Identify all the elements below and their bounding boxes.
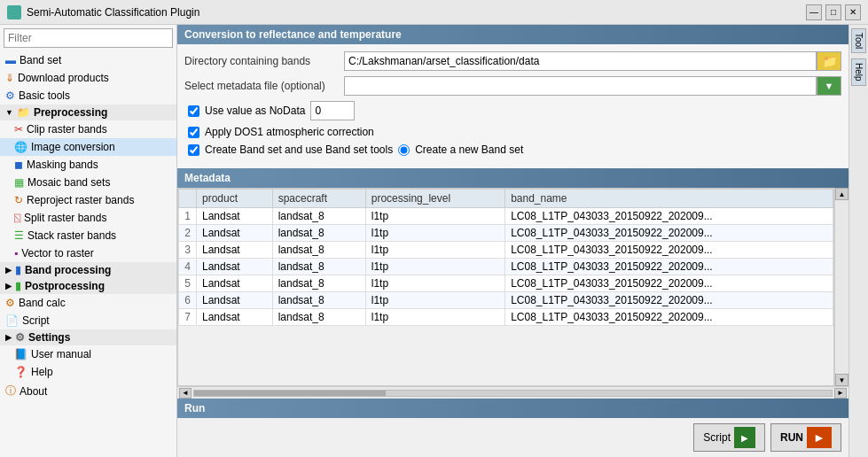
table-row[interactable]: 7 Landsat landsat_8 l1tp LC08_L1TP_04303… (179, 309, 833, 326)
sidebar-item-band-set[interactable]: ▬ Band set (0, 51, 176, 69)
cell-band-name: LC08_L1TP_043033_20150922_202009... (505, 259, 833, 275)
book-icon: 📘 (14, 348, 27, 360)
expand-arrow-preprocessing: ▼ (5, 108, 13, 117)
nodata-checkbox[interactable] (188, 105, 199, 117)
metadata-file-input[interactable] (344, 76, 817, 96)
sidebar-item-clip-raster[interactable]: ✂ Clip raster bands (0, 120, 176, 138)
table-row[interactable]: 6 Landsat landsat_8 l1tp LC08_L1TP_04303… (179, 292, 833, 309)
sidebar-item-band-calc[interactable]: ⚙ Band calc (0, 294, 176, 312)
cell-product: Landsat (197, 292, 273, 309)
cell-processing-level: l1tp (365, 309, 504, 326)
cell-product: Landsat (197, 242, 273, 259)
metadata-table: product spacecraft processing_level band… (178, 189, 833, 326)
cell-spacecraft: landsat_8 (272, 292, 365, 309)
directory-label: Directory containing bands (184, 55, 344, 67)
sidebar-section-postprocessing[interactable]: ▶ ▮ Postprocessing (0, 278, 176, 294)
minimize-button[interactable]: — (806, 4, 822, 20)
directory-input[interactable] (344, 51, 817, 71)
metadata-table-container[interactable]: product spacecraft processing_level band… (177, 188, 834, 386)
run-button[interactable]: RUN ► (770, 423, 841, 452)
stack-icon: ☰ (14, 229, 24, 242)
nodata-row: Use value as NoData (184, 101, 841, 120)
cell-processing-level: l1tp (365, 225, 504, 242)
col-num[interactable] (179, 190, 197, 208)
cell-processing-level: l1tp (365, 259, 504, 275)
table-row[interactable]: 5 Landsat landsat_8 l1tp LC08_L1TP_04303… (179, 275, 833, 292)
cell-spacecraft: landsat_8 (272, 208, 365, 225)
sidebar-item-user-manual[interactable]: 📘 User manual (0, 345, 176, 363)
sidebar-item-masking-bands[interactable]: ◼ Masking bands (0, 156, 176, 174)
cell-band-name: LC08_L1TP_043033_20150922_202009... (505, 309, 833, 326)
horizontal-scrollbar[interactable]: ◄ ► (177, 386, 848, 399)
scroll-up-btn[interactable]: ▲ (835, 188, 848, 200)
sidebar-section-band-processing[interactable]: ▶ ▮ Band processing (0, 262, 176, 278)
table-row[interactable]: 2 Landsat landsat_8 l1tp LC08_L1TP_04303… (179, 225, 833, 242)
sidebar-item-help[interactable]: ❓ Help (0, 363, 176, 381)
table-row[interactable]: 4 Landsat landsat_8 l1tp LC08_L1TP_04303… (179, 259, 833, 275)
nodata-spinbox[interactable] (310, 101, 355, 120)
sidebar-item-image-conversion[interactable]: 🌐 Image conversion (0, 138, 176, 156)
sidebar-item-split-raster[interactable]: ⍂ Split raster bands (0, 209, 176, 227)
col-product[interactable]: product (197, 190, 273, 208)
sidebar-item-script[interactable]: 📄 Script (0, 312, 176, 329)
preprocessing-icon: 📁 (17, 106, 30, 119)
metadata-file-label: Select metadata file (optional) (184, 80, 344, 92)
tab-help[interactable]: Help (851, 58, 866, 86)
row-num: 7 (179, 309, 197, 326)
col-band-name[interactable]: band_name (505, 190, 833, 208)
cell-spacecraft: landsat_8 (272, 259, 365, 275)
sidebar-item-download-products[interactable]: ⇓ Download products (0, 69, 176, 87)
metadata-file-row: Select metadata file (optional) ▼ (184, 76, 841, 96)
help-icon: ❓ (14, 366, 27, 378)
scroll-right-btn[interactable]: ► (834, 388, 847, 399)
close-button[interactable]: ✕ (845, 4, 861, 20)
cell-product: Landsat (197, 275, 273, 292)
sidebar-item-about[interactable]: ⓘ About (0, 381, 176, 401)
sidebar-section-settings[interactable]: ▶ ⚙ Settings (0, 329, 176, 345)
sidebar-item-reproject[interactable]: ↻ Reproject raster bands (0, 191, 176, 209)
layers-icon: ▬ (5, 54, 16, 66)
cell-band-name: LC08_L1TP_043033_20150922_202009... (505, 292, 833, 309)
script-icon: 📄 (5, 314, 19, 327)
dos1-checkbox[interactable] (188, 127, 199, 138)
scroll-down-btn[interactable]: ▼ (835, 374, 848, 386)
bandset-label: Create Band set and use Band set tools (205, 143, 393, 156)
calc-icon: ⚙ (5, 297, 15, 309)
table-row[interactable]: 3 Landsat landsat_8 l1tp LC08_L1TP_04303… (179, 242, 833, 259)
row-num: 5 (179, 275, 197, 292)
filter-input[interactable] (4, 28, 173, 48)
new-bandset-radio[interactable] (398, 144, 410, 156)
postprocessing-icon: ▮ (15, 280, 21, 292)
scroll-left-btn[interactable]: ◄ (179, 388, 192, 399)
new-bandset-label: Create a new Band set (415, 143, 523, 156)
band-processing-icon: ▮ (15, 264, 21, 276)
cell-processing-level: l1tp (365, 208, 504, 225)
cell-band-name: LC08_L1TP_043033_20150922_202009... (505, 225, 833, 242)
cell-product: Landsat (197, 208, 273, 225)
tools-icon: ⚙ (5, 89, 15, 102)
nodata-label: Use value as NoData (205, 105, 305, 117)
title-bar: Semi-Automatic Classification Plugin — □… (0, 0, 868, 25)
script-button[interactable]: Script ▶ (693, 423, 765, 452)
cell-spacecraft: landsat_8 (272, 275, 365, 292)
bandset-checkbox[interactable] (188, 144, 199, 156)
col-spacecraft[interactable]: spacecraft (272, 190, 365, 208)
cell-band-name: LC08_L1TP_043033_20150922_202009... (505, 275, 833, 292)
maximize-button[interactable]: □ (825, 4, 841, 20)
dos1-row: Apply DOS1 atmospheric correction (184, 126, 841, 138)
sidebar-section-preprocessing[interactable]: ▼ 📁 Preprocessing (0, 105, 176, 120)
sidebar-item-vector-to-raster[interactable]: ▪ Vector to raster (0, 244, 176, 262)
table-row[interactable]: 1 Landsat landsat_8 l1tp LC08_L1TP_04303… (179, 208, 833, 225)
directory-folder-button[interactable]: 📁 (817, 51, 841, 71)
about-icon: ⓘ (5, 383, 16, 399)
metadata-file-button[interactable]: ▼ (817, 76, 841, 96)
script-label: Script (703, 431, 731, 444)
cell-product: Landsat (197, 309, 273, 326)
col-processing-level[interactable]: processing_level (365, 190, 504, 208)
sidebar-item-basic-tools[interactable]: ⚙ Basic tools (0, 87, 176, 105)
sidebar-item-stack-raster[interactable]: ☰ Stack raster bands (0, 227, 176, 244)
run-title-bar: Run (177, 399, 848, 418)
vector-icon: ▪ (14, 247, 18, 259)
sidebar-item-mosaic-band-sets[interactable]: ▦ Mosaic band sets (0, 174, 176, 191)
tab-tool[interactable]: Tool (851, 28, 866, 53)
